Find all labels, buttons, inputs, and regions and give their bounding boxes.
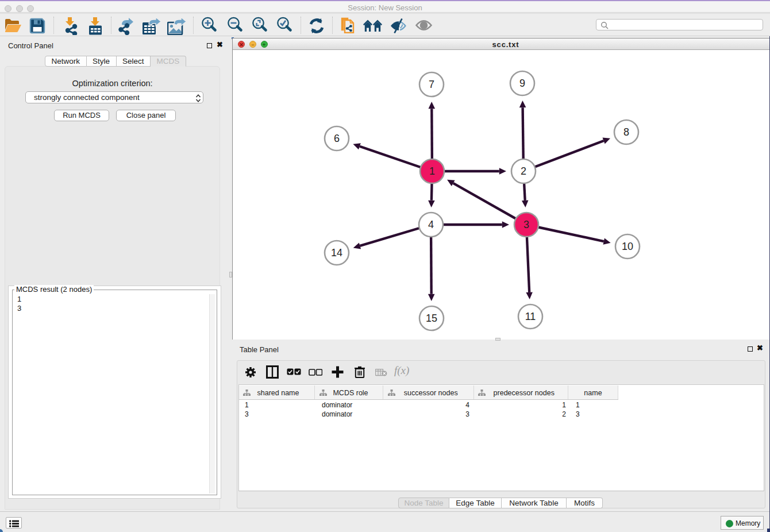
svg-text:11: 11: [525, 311, 536, 322]
svg-text:3: 3: [523, 219, 529, 230]
svg-text:1: 1: [429, 165, 435, 177]
svg-text:8: 8: [623, 126, 629, 138]
svg-text:7: 7: [429, 79, 434, 90]
svg-text:15: 15: [426, 313, 437, 324]
svg-text:2: 2: [521, 165, 526, 177]
svg-text:10: 10: [622, 241, 633, 252]
svg-text:14: 14: [331, 247, 342, 259]
svg-text:9: 9: [519, 78, 525, 89]
svg-text:4: 4: [428, 219, 434, 230]
svg-text:6: 6: [334, 133, 340, 144]
